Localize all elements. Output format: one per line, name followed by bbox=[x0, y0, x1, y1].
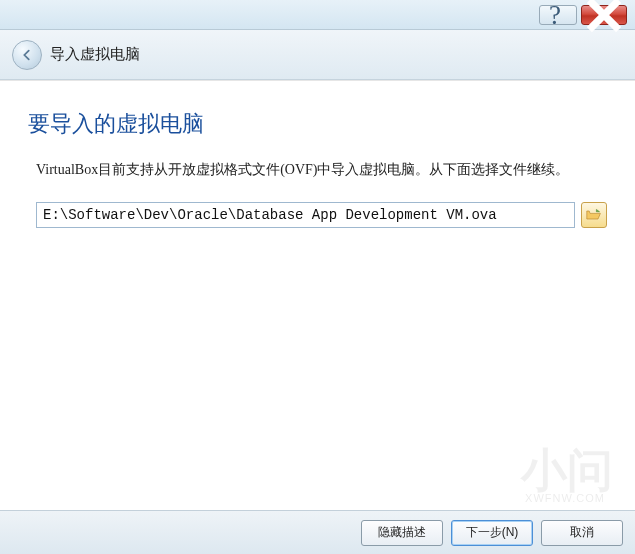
help-icon: ? bbox=[540, 0, 576, 33]
wizard-page: 要导入的虚拟电脑 VirtualBox目前支持从开放虚拟格式文件(OVF)中导入… bbox=[0, 80, 635, 510]
page-heading: 要导入的虚拟电脑 bbox=[28, 109, 607, 139]
wizard-footer: 隐藏描述 下一步(N) 取消 bbox=[0, 510, 635, 554]
hide-description-button[interactable]: 隐藏描述 bbox=[361, 520, 443, 546]
wizard-title: 导入虚拟电脑 bbox=[50, 45, 140, 64]
folder-open-icon bbox=[586, 208, 602, 222]
arrow-left-icon bbox=[20, 48, 34, 62]
svg-text:?: ? bbox=[549, 0, 561, 30]
wizard-header: 导入虚拟电脑 bbox=[0, 30, 635, 80]
close-icon bbox=[582, 0, 626, 37]
browse-button[interactable] bbox=[581, 202, 607, 228]
help-button[interactable]: ? bbox=[539, 5, 577, 25]
file-path-input[interactable] bbox=[36, 202, 575, 228]
close-button[interactable] bbox=[581, 5, 627, 25]
cancel-button[interactable]: 取消 bbox=[541, 520, 623, 546]
file-chooser-row bbox=[28, 202, 607, 228]
back-button[interactable] bbox=[12, 40, 42, 70]
page-description: VirtualBox目前支持从开放虚拟格式文件(OVF)中导入虚拟电脑。从下面选… bbox=[28, 157, 607, 184]
titlebar: ? bbox=[0, 0, 635, 30]
next-button[interactable]: 下一步(N) bbox=[451, 520, 533, 546]
